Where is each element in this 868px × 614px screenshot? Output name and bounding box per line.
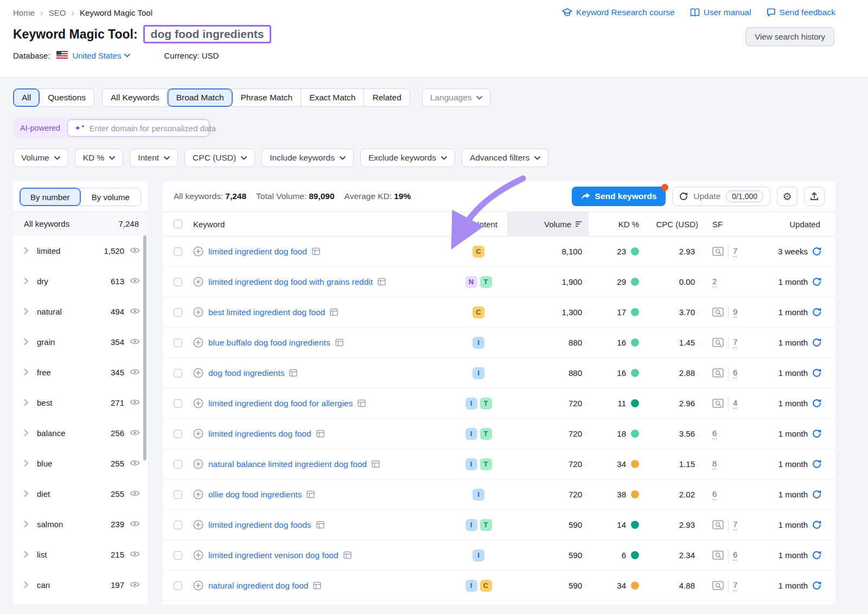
sidebar-group-item[interactable]: best 271 — [13, 387, 148, 418]
keyword-link[interactable]: limited ingredient dog food with grains … — [208, 277, 373, 287]
add-keyword-icon[interactable] — [193, 368, 203, 378]
sidebar-scrollbar[interactable] — [143, 235, 146, 460]
eye-icon[interactable] — [130, 459, 140, 468]
keyword-link[interactable]: blue buffalo dog food ingredients — [208, 338, 330, 348]
filter-include-keywords[interactable]: Include keywords — [261, 149, 354, 167]
eye-icon[interactable] — [130, 520, 140, 529]
filter-advanced-filters[interactable]: Advanced filters — [462, 149, 548, 167]
view-search-history-button[interactable]: View search history — [745, 27, 834, 46]
row-checkbox[interactable] — [174, 338, 182, 347]
keyword-link[interactable]: limited ingredients dog food — [208, 429, 311, 439]
settings-button[interactable]: ⚙ — [777, 187, 797, 206]
row-checkbox[interactable] — [174, 430, 182, 438]
eye-icon[interactable] — [130, 337, 140, 347]
serp-features-icon[interactable] — [712, 398, 729, 410]
expand-chevron-icon[interactable] — [24, 277, 31, 285]
expand-chevron-icon[interactable] — [24, 308, 31, 315]
filter-volume[interactable]: Volume — [13, 149, 68, 167]
sidebar-group-item[interactable]: blue 255 — [13, 448, 148, 478]
column-updated[interactable]: Updated — [754, 212, 835, 236]
column-intent[interactable]: Intent — [442, 212, 507, 236]
keyword-link[interactable]: natural ingredient dog food — [208, 581, 308, 591]
update-button[interactable]: Update 0/1,000 — [672, 187, 770, 206]
sf-count[interactable]: 2 — [712, 277, 717, 287]
sf-count[interactable]: 4 — [733, 398, 737, 409]
sidebar-group-item[interactable]: can 197 — [13, 570, 148, 600]
add-keyword-icon[interactable] — [193, 307, 203, 317]
expand-chevron-icon[interactable] — [24, 551, 31, 558]
filter-kd-[interactable]: KD % — [75, 149, 124, 167]
sidebar-group-item[interactable]: balance 256 — [13, 418, 148, 448]
tab-related[interactable]: Related — [363, 89, 409, 106]
sf-count[interactable]: 8 — [712, 459, 717, 470]
header-link[interactable]: Keyword Research course — [562, 8, 675, 17]
row-checkbox[interactable] — [174, 581, 182, 590]
expand-chevron-icon[interactable] — [24, 581, 31, 589]
column-kd[interactable]: KD % — [589, 212, 646, 236]
serp-preview-icon[interactable] — [372, 460, 380, 468]
row-checkbox[interactable] — [174, 521, 182, 529]
tab-all[interactable]: All — [14, 89, 39, 106]
expand-chevron-icon[interactable] — [24, 490, 31, 497]
add-keyword-icon[interactable] — [193, 580, 203, 591]
sf-count[interactable]: 7 — [733, 337, 737, 348]
serp-preview-icon[interactable] — [316, 430, 324, 438]
keyword-link[interactable]: natural balance limited ingredient dog f… — [208, 459, 367, 469]
row-checkbox[interactable] — [174, 460, 182, 469]
languages-dropdown[interactable]: Languages — [422, 88, 490, 107]
row-refresh-icon[interactable] — [812, 459, 821, 469]
keyword-link[interactable]: limited ingredient venison dog food — [208, 551, 339, 560]
filter-intent[interactable]: Intent — [130, 149, 178, 167]
serp-preview-icon[interactable] — [358, 399, 366, 407]
serp-features-icon[interactable] — [712, 367, 729, 379]
eye-icon[interactable] — [130, 489, 140, 498]
sf-count[interactable]: 9 — [733, 307, 737, 318]
domain-input[interactable]: ✦✦ Enter domain for personalized data — [67, 119, 209, 137]
expand-chevron-icon[interactable] — [24, 459, 31, 467]
breadcrumb-item[interactable]: SEO — [49, 8, 66, 17]
keyword-link[interactable]: limited ingredient dog foods — [208, 520, 311, 530]
expand-chevron-icon[interactable] — [24, 338, 31, 346]
keyword-link[interactable]: limited ingredient dog food for allergie… — [208, 399, 353, 408]
row-checkbox[interactable] — [174, 369, 182, 378]
tab-broad-match[interactable]: Broad Match — [168, 89, 232, 106]
row-checkbox[interactable] — [174, 308, 182, 317]
serp-preview-icon[interactable] — [313, 581, 321, 590]
row-refresh-icon[interactable] — [812, 429, 821, 438]
eye-icon[interactable] — [130, 428, 140, 438]
column-cpc[interactable]: CPC (USD) — [646, 212, 708, 236]
sidebar-all-keywords[interactable]: All keywords 7,248 — [13, 212, 148, 235]
sidebar-group-item[interactable]: grain 354 — [13, 327, 148, 357]
column-volume[interactable]: Volume — [507, 212, 589, 236]
serp-preview-icon[interactable] — [378, 278, 386, 286]
eye-icon[interactable] — [130, 550, 140, 559]
select-all-checkbox[interactable] — [174, 220, 182, 228]
breadcrumb-item[interactable]: Home — [13, 8, 35, 17]
sf-count[interactable]: 6 — [733, 368, 737, 379]
filter-exclude-keywords[interactable]: Exclude keywords — [360, 149, 455, 167]
toggle-by-volume[interactable]: By volume — [80, 188, 141, 206]
add-keyword-icon[interactable] — [193, 337, 203, 348]
serp-features-icon[interactable] — [712, 246, 729, 258]
row-refresh-icon[interactable] — [812, 308, 821, 317]
tab-phrase-match[interactable]: Phrase Match — [232, 89, 301, 106]
row-checkbox[interactable] — [174, 551, 182, 560]
add-keyword-icon[interactable] — [193, 428, 203, 439]
sf-count[interactable]: 7 — [733, 520, 737, 530]
row-refresh-icon[interactable] — [812, 520, 821, 529]
keyword-link[interactable]: limited ingredient dog food — [208, 247, 307, 257]
expand-chevron-icon[interactable] — [24, 399, 31, 406]
add-keyword-icon[interactable] — [193, 246, 203, 257]
row-refresh-icon[interactable] — [812, 368, 821, 378]
add-keyword-icon[interactable] — [193, 520, 203, 530]
filter-cpc-usd-[interactable]: CPC (USD) — [184, 149, 255, 167]
tab-exact-match[interactable]: Exact Match — [301, 89, 363, 106]
row-checkbox[interactable] — [174, 247, 182, 256]
tab-all-keywords[interactable]: All Keywords — [103, 89, 168, 106]
expand-chevron-icon[interactable] — [24, 368, 31, 376]
eye-icon[interactable] — [130, 368, 140, 377]
serp-preview-icon[interactable] — [343, 551, 352, 559]
sidebar-group-item[interactable]: list 215 — [13, 539, 148, 570]
row-checkbox[interactable] — [174, 490, 182, 499]
row-refresh-icon[interactable] — [812, 277, 821, 286]
